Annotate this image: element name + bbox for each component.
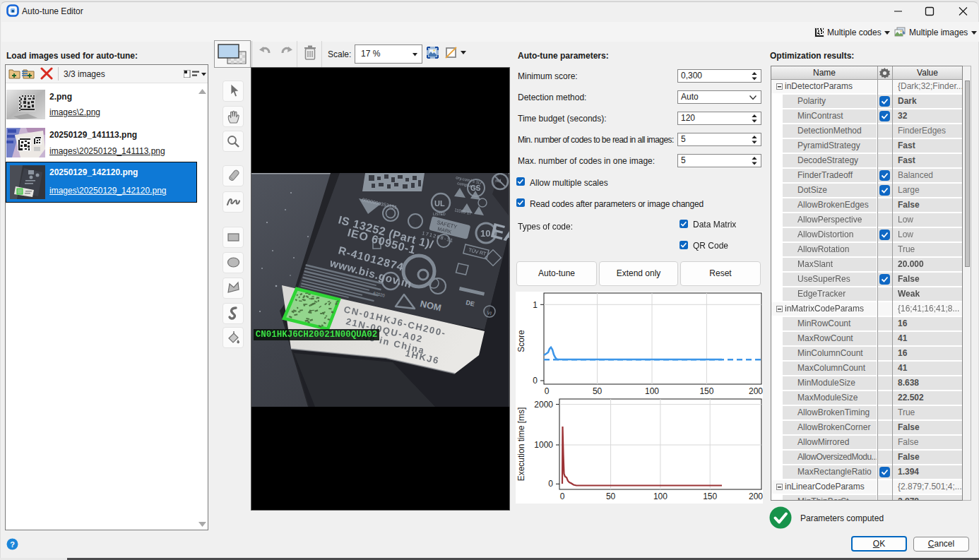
svg-text:100: 100 — [645, 386, 659, 396]
svg-text:S: S — [411, 219, 415, 225]
svg-text:200: 200 — [749, 386, 763, 396]
svg-text:Execution time [ms]: Execution time [ms] — [516, 407, 526, 482]
svg-text:Score: Score — [516, 330, 526, 352]
svg-text:0: 0 — [548, 479, 553, 489]
svg-text:200: 200 — [749, 492, 763, 501]
svg-text:50: 50 — [593, 386, 603, 396]
svg-text:100: 100 — [653, 492, 668, 501]
svg-text:?: ? — [10, 540, 15, 549]
svg-text:150: 150 — [699, 386, 713, 396]
svg-text:0: 0 — [560, 492, 565, 501]
svg-text:1: 1 — [533, 300, 538, 310]
svg-text:S: S — [386, 210, 391, 218]
svg-text:0: 0 — [545, 386, 550, 396]
svg-text:0: 0 — [533, 376, 538, 386]
svg-text:50: 50 — [606, 492, 616, 501]
svg-text:LISTED: LISTED — [433, 212, 446, 216]
svg-text:150: 150 — [703, 492, 717, 501]
svg-text:UL: UL — [434, 199, 445, 208]
svg-text:2000: 2000 — [534, 400, 553, 410]
svg-text:1000: 1000 — [534, 440, 553, 450]
